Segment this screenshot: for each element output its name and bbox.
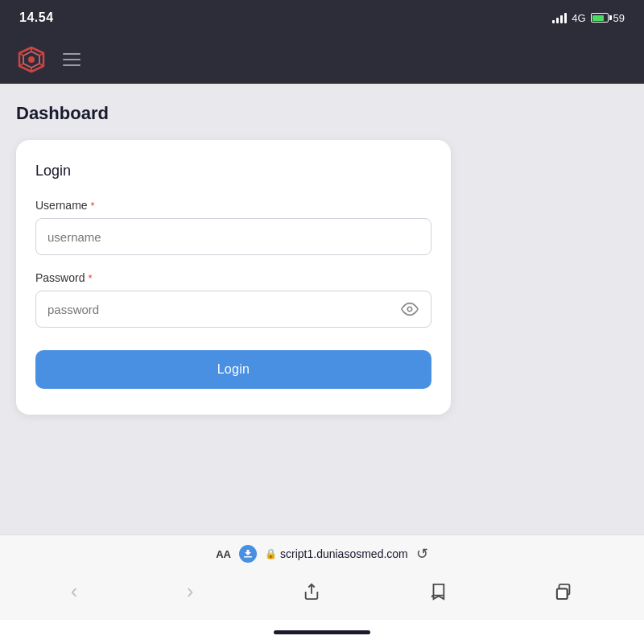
- username-input[interactable]: [35, 218, 431, 255]
- eye-icon: [401, 300, 419, 318]
- browser-download-button[interactable]: [239, 545, 257, 563]
- url-text: script1.duniasosmed.com: [280, 547, 408, 560]
- login-button[interactable]: Login: [35, 350, 431, 389]
- password-input[interactable]: [35, 291, 431, 328]
- main-content: Dashboard Login Username * Password *: [0, 84, 644, 535]
- network-type: 4G: [572, 12, 585, 24]
- login-card: Login Username * Password *: [16, 140, 451, 415]
- browser-url-row: AA 🔒 script1.duniasosmed.com ↺: [16, 545, 628, 563]
- svg-rect-13: [557, 588, 568, 599]
- battery-icon: [591, 13, 609, 23]
- login-card-title: Login: [35, 163, 431, 180]
- tabs-icon: [555, 583, 573, 601]
- hamburger-line: [63, 64, 80, 66]
- svg-point-9: [407, 307, 412, 312]
- page-title: Dashboard: [16, 103, 628, 124]
- browser-aa-button[interactable]: AA: [216, 548, 231, 560]
- status-icons: 4G 59: [552, 12, 625, 24]
- app-logo[interactable]: [16, 44, 47, 75]
- svg-point-2: [28, 56, 35, 63]
- home-indicator: [0, 620, 644, 644]
- status-time: 14.54: [19, 10, 54, 25]
- download-icon: [243, 549, 253, 559]
- browser-forward-button[interactable]: ›: [179, 574, 202, 609]
- password-required: *: [88, 272, 92, 284]
- lock-icon: 🔒: [265, 548, 277, 559]
- nav-bar: [0, 35, 644, 84]
- browser-back-button[interactable]: ‹: [63, 574, 86, 609]
- username-required: *: [91, 200, 95, 212]
- hamburger-line: [63, 53, 80, 55]
- username-input-wrapper: [35, 218, 431, 255]
- svg-rect-10: [244, 556, 252, 558]
- browser-bar: AA 🔒 script1.duniasosmed.com ↺ ‹ ›: [0, 535, 644, 620]
- home-bar: [274, 630, 370, 634]
- password-input-wrapper: [35, 291, 431, 328]
- browser-tabs-button[interactable]: [547, 578, 581, 605]
- password-label: Password *: [35, 271, 431, 284]
- browser-url-display[interactable]: 🔒 script1.duniasosmed.com: [265, 547, 408, 560]
- forward-icon: ›: [187, 579, 194, 604]
- signal-bars-icon: [552, 12, 567, 23]
- bookmarks-icon: [429, 583, 447, 601]
- password-toggle-button[interactable]: [398, 297, 422, 321]
- back-icon: ‹: [71, 579, 78, 604]
- password-group: Password *: [35, 271, 431, 328]
- username-label: Username *: [35, 199, 431, 212]
- browser-share-button[interactable]: [295, 578, 328, 605]
- browser-refresh-button[interactable]: ↺: [416, 545, 428, 563]
- status-bar: 14.54 4G 59: [0, 0, 644, 35]
- browser-bookmarks-button[interactable]: [421, 578, 455, 605]
- share-icon: [303, 583, 320, 601]
- browser-nav: ‹ ›: [16, 574, 628, 613]
- battery-level: 59: [613, 12, 625, 24]
- hamburger-menu[interactable]: [63, 53, 80, 66]
- hamburger-line: [63, 59, 80, 60]
- username-group: Username *: [35, 199, 431, 255]
